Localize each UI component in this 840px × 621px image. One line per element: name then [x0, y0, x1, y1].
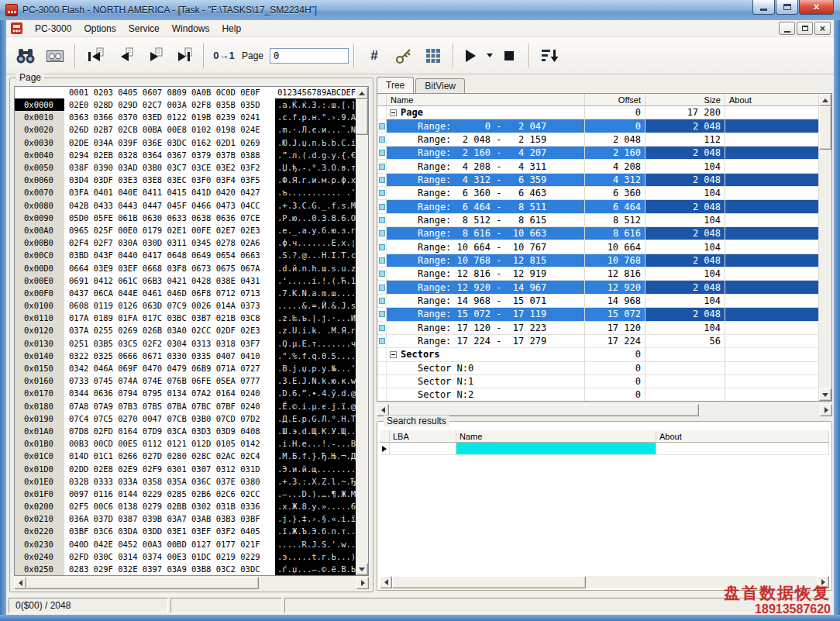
hex-bytes[interactable]: 0664 03E9 03EF 0668 03F8 0673 0675 067A — [64, 264, 275, 273]
hex-ascii[interactable]: .і.Н.е...!.-...B — [275, 437, 356, 450]
hex-bytes[interactable]: 032B 0333 033A 0358 035A 036C 037E 0380 — [64, 477, 275, 486]
hex-bytes[interactable]: 0733 0745 074A 074E 076B 06FE 05EA 0777 — [64, 376, 275, 385]
hex-address[interactable]: 0x00E0 — [15, 274, 64, 287]
tree-row[interactable]: Range: 0 - 2 04702 048 — [377, 119, 819, 133]
hex-ascii[interactable]: .z.U.i.k. .М.Я.г — [275, 324, 356, 336]
hex-ascii[interactable]: .а.Ќ.ќ.З.:.ш.[.] — [275, 98, 356, 111]
page-input[interactable] — [270, 48, 349, 64]
tree-row[interactable]: Range: 12 920 - 14 96712 9202 048 — [377, 281, 819, 294]
tree-cell-offset[interactable]: 15 072 — [585, 308, 645, 321]
tree-row[interactable]: Sectors0 — [377, 348, 819, 361]
hex-address[interactable]: 0x0190 — [15, 412, 64, 425]
hex-bytes[interactable]: 038F 0390 03AD 03B0 03C7 03CE 03E2 03F2 — [64, 163, 275, 172]
tree-cell-name[interactable]: Range: 14 968 - 15 071 — [387, 295, 585, 308]
menu-service[interactable]: Service — [122, 22, 166, 36]
hex-ascii[interactable]: .....R.Ј.Ѕ.'.w.. — [275, 538, 356, 550]
hex-row[interactable]: 0x01B000B3 00CD 00E5 0112 0121 012D 0105… — [15, 437, 356, 450]
hex-bytes[interactable]: 0342 046A 069F 0470 0479 06B9 071A 0727 — [64, 364, 275, 373]
scroll-right-button[interactable] — [356, 577, 369, 589]
hex-address[interactable]: 0x0090 — [15, 212, 64, 224]
hex-ascii[interactable]: .+.3.C.G._.f.s.М — [275, 199, 356, 212]
tree-cell-name[interactable]: Sector N:0 — [387, 362, 585, 375]
hex-bytes[interactable]: 02F5 00C6 0138 0279 02BB 0302 031B 0336 — [64, 502, 275, 511]
tree-row[interactable]: Range: 17 120 - 17 22317 120104 — [377, 322, 819, 335]
goto-sector-button[interactable]: # — [360, 41, 389, 71]
tree-cell-offset[interactable]: 4 208 — [585, 160, 645, 173]
tree-row[interactable]: Range: 14 968 - 15 07114 968104 — [377, 295, 819, 308]
tree-row[interactable]: Sector N:20 — [377, 388, 819, 402]
hex-address[interactable]: 0x0200 — [15, 500, 64, 512]
tree-cell-offset[interactable]: 2 048 — [585, 133, 645, 147]
hex-ascii[interactable]: .”.л.(.d.g.y.{.€ — [275, 149, 356, 161]
scroll-right-button[interactable] — [820, 404, 832, 416]
hex-ascii[interactable]: .d.й.п.h.ш.s.u.z — [275, 261, 356, 274]
tree-row[interactable]: Range: 4 312 - 6 3594 3122 048 — [377, 174, 819, 187]
tree-cell-size[interactable]: 112 — [645, 133, 725, 147]
hex-ascii[interactable]: .3.E.J.N.k.ю.к.w — [275, 374, 356, 387]
hex-bytes[interactable]: 07D8 02FD 0164 07D9 03CA 03D3 03D9 0408 — [64, 426, 275, 436]
scroll-down-button[interactable] — [819, 388, 831, 401]
tree-cell-name[interactable]: Range: 17 224 - 17 279 — [387, 335, 585, 348]
hex-ascii[interactable]: .ф.ч.......E.x.¦ — [275, 236, 356, 249]
hex-bytes[interactable]: 0294 02EB 0328 0364 0367 0379 037B 0388 — [64, 150, 275, 160]
hex-row[interactable]: 0x00F00437 06CA 044E 0461 046D 06F8 0712… — [15, 287, 356, 299]
hex-ascii[interactable]: .х.Ж.8.y.».....6 — [275, 500, 356, 512]
hex-row[interactable]: 0x0110017A 0189 01FA 017C 03BC 03B7 021B… — [15, 312, 356, 324]
hex-address[interactable]: 0x0250 — [15, 563, 64, 575]
tab-bitview[interactable]: BitView — [415, 78, 465, 93]
tree-row[interactable]: Page017 280 — [377, 106, 819, 119]
first-page-button[interactable] — [81, 41, 110, 71]
tree-row[interactable]: Range: 10 768 - 12 81510 7682 048 — [377, 254, 819, 267]
hex-row[interactable]: 0x0020026D 02B7 02CB 00BA 00E8 0102 0198… — [15, 123, 356, 136]
collapse-expander-icon[interactable] — [390, 351, 397, 358]
hex-ascii[interactable]: .—...D.).….¶.Ж.М — [275, 488, 356, 500]
hex-address[interactable]: 0x01D0 — [15, 462, 64, 474]
hex-row[interactable]: 0x0050038F 0390 03AD 03B0 03C7 03CE 03E2… — [15, 161, 356, 174]
tree-cell-size[interactable]: 104 — [645, 295, 725, 308]
hex-row[interactable]: 0x01E0032B 0333 033A 0358 035A 036C 037E… — [15, 475, 356, 488]
hex-bytes[interactable]: 05D0 05FE 061B 0630 0633 0638 0636 07CE — [64, 213, 275, 223]
stop-button[interactable] — [494, 41, 524, 71]
hex-ascii[interactable]: .z.‰.ъ.|.ј.·...И — [275, 312, 356, 324]
tree-row[interactable]: Range: 2 160 - 4 2072 1602 048 — [377, 147, 819, 160]
mdi-minimize-button[interactable] — [779, 22, 795, 35]
hex-bytes[interactable]: 03FA 0401 040E 0411 0415 041D 0420 0427 — [64, 188, 275, 197]
hex-bytes[interactable]: 036A 037D 0387 039B 03A7 03AB 03B3 03BF — [64, 514, 275, 523]
hex-ascii[interactable]: .‘.....і.!.(.Ћ.1 — [275, 274, 356, 287]
tree-cell-about[interactable] — [725, 267, 819, 281]
hex-row[interactable]: 0x007003FA 0401 040E 0411 0415 041D 0420… — [15, 186, 356, 198]
tree-cell-offset[interactable]: 12 920 — [585, 281, 645, 294]
hex-address[interactable]: 0x0010 — [15, 111, 64, 123]
hex-row[interactable]: 0x009005D0 05FE 061B 0630 0633 0638 0636… — [15, 212, 356, 224]
tree-cell-about[interactable] — [725, 322, 819, 335]
tree-cell-size[interactable]: 104 — [645, 187, 725, 200]
hex-bytes[interactable]: 02FD 030C 0314 0374 00E3 01DC 0219 0229 — [64, 552, 275, 561]
hex-ascii[interactable]: .j.}.‡.›.§.«.і.ї — [275, 512, 356, 525]
invert-bits-button[interactable]: 0→1 — [209, 41, 239, 71]
tree-cell-size[interactable]: 2 048 — [645, 119, 725, 133]
hex-address[interactable]: 0x00A0 — [15, 224, 64, 236]
tree-cell-name[interactable]: Range: 4 312 - 6 359 — [387, 174, 585, 187]
hex-address[interactable]: 0x0110 — [15, 312, 64, 324]
hex-bytes[interactable]: 07C4 07C5 0270 0047 07CB 03B0 07CD 07D2 — [64, 414, 275, 423]
hex-bytes[interactable]: 0322 0325 0666 0671 0330 0335 0407 0410 — [64, 351, 275, 361]
tree-header-about[interactable]: About — [725, 94, 819, 106]
hex-row[interactable]: 0x01700344 0636 0794 0795 0134 07A2 0164… — [15, 387, 356, 399]
hex-address[interactable]: 0x00D0 — [15, 261, 64, 274]
last-page-button[interactable] — [169, 41, 198, 71]
tree-row[interactable]: Range: 15 072 - 17 11915 0722 048 — [377, 308, 819, 321]
hex-address[interactable]: 0x0000 — [15, 98, 64, 111]
hex-bytes[interactable]: 0283 029F 032E 0397 03A9 03B8 03C2 03DC — [64, 564, 275, 574]
tree-cell-offset[interactable]: 10 768 — [585, 254, 645, 267]
hex-vertical-scrollbar[interactable] — [356, 87, 368, 575]
scroll-track[interactable] — [356, 135, 368, 563]
tree-cell-about[interactable] — [725, 335, 819, 348]
hex-bytes[interactable]: 03BF 03C6 03DA 03DD 03E1 03EF 03F2 0405 — [64, 526, 275, 536]
hex-bytes[interactable]: 03BD 043F 0440 0417 0648 0649 0654 0663 — [64, 250, 275, 260]
tree-cell-about[interactable] — [725, 281, 819, 294]
hex-row[interactable]: 0x019007C4 07C5 0270 0047 07CB 03B0 07CD… — [15, 412, 356, 425]
hex-address[interactable]: 0x00B0 — [15, 236, 64, 249]
hex-bytes[interactable]: 037A 0255 0269 026B 03A0 02CC 02DF 02E3 — [64, 326, 275, 335]
hex-ascii[interactable]: .....&.=.Й.&.J.s — [275, 299, 356, 312]
mdi-restore-button[interactable] — [797, 22, 813, 35]
